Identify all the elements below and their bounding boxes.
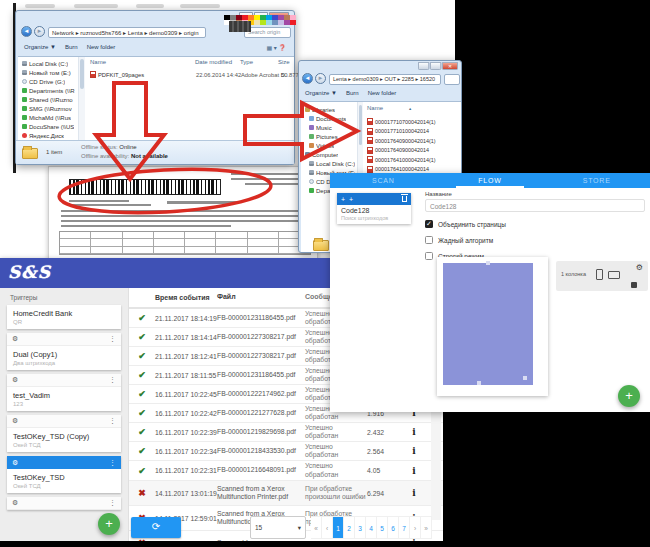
more-icon[interactable]: ⋮	[109, 459, 116, 467]
page-button-4[interactable]: 4	[366, 516, 377, 539]
resize-handle[interactable]	[523, 376, 527, 380]
trigger-card[interactable]: HomeCredit BankQR	[7, 305, 121, 329]
column-file[interactable]: Файл	[217, 293, 305, 302]
trigger-card-code128[interactable]: + + Code128 Поиск штрихкодов	[337, 193, 411, 224]
organize-menu[interactable]: Organize ▼	[24, 44, 56, 50]
table-row[interactable]: ✔16.11.2017 10:22:34FB-000001218433530.p…	[129, 442, 443, 461]
trigger-card[interactable]: ⚙⋮	[7, 497, 121, 510]
column-name[interactable]: Name▴	[367, 105, 411, 111]
tree-item[interactable]: Music	[303, 123, 355, 132]
file-row[interactable]: 000017640900042014(1)	[367, 136, 459, 146]
tree-item[interactable]: SMG (\\Ruzmov	[20, 104, 76, 113]
file-row[interactable]: 000017710700042014(1)	[367, 117, 459, 127]
tab-flow[interactable]: FLOW	[437, 173, 544, 188]
forward-button[interactable]: ►	[34, 26, 45, 37]
gear-icon[interactable]: ⚙	[12, 335, 18, 343]
burn-button[interactable]: Burn	[346, 90, 359, 96]
trigger-card[interactable]: ⚙⋮Dual (Copy1)Два штрихкода	[7, 333, 121, 370]
trigger-card[interactable]: ⚙⋮test_Vadim123	[7, 374, 121, 411]
page-button-7[interactable]: 7	[399, 516, 410, 539]
add-trigger-button[interactable]: +	[98, 513, 120, 535]
info-icon[interactable]: i	[403, 427, 425, 437]
page-button-6[interactable]: 6	[388, 516, 399, 539]
checkbox-row[interactable]: ✓Объединить страницы	[425, 220, 645, 228]
organize-menu[interactable]: Organize ▼	[305, 90, 337, 96]
table-row[interactable]: ✖14.11.2017 13:01:19Scanned from a Xerox…	[129, 481, 443, 506]
resize-handle[interactable]	[477, 381, 481, 385]
add-button[interactable]: +	[618, 385, 640, 407]
burn-button[interactable]: Burn	[65, 44, 78, 50]
file-row[interactable]: 000017640900042014	[367, 146, 459, 156]
column-event-time[interactable]: Время события	[155, 294, 217, 301]
more-icon[interactable]: ⋮	[109, 376, 116, 384]
gear-icon[interactable]: ⚙	[12, 459, 18, 467]
tree-item[interactable]: DocuShare (\\US	[20, 122, 76, 131]
info-icon[interactable]: i	[403, 488, 425, 498]
landscape-icon[interactable]	[608, 271, 620, 279]
more-icon[interactable]: ⋮	[109, 335, 116, 343]
checkbox-unchecked[interactable]	[425, 252, 433, 260]
back-button[interactable]: ◄	[21, 26, 32, 37]
gear-icon[interactable]: ⚙	[12, 499, 18, 507]
minimize-button[interactable]	[418, 62, 429, 70]
tree-item[interactable]: Computer	[303, 150, 355, 159]
forward-button[interactable]: ►	[315, 73, 326, 84]
page-button-»[interactable]: »	[421, 516, 432, 539]
add-icon[interactable]: +	[349, 196, 353, 203]
tree-item[interactable]: Local Disk (C:)	[303, 159, 355, 168]
address-bar[interactable]: Network ▸ ruznovd5hs766 ▸ Lenta ▸ demo03…	[48, 27, 206, 38]
page-button-«[interactable]: «	[311, 516, 322, 539]
search-input[interactable]: Search origin	[244, 27, 291, 38]
checkbox-unchecked[interactable]	[425, 236, 433, 244]
checkbox-checked[interactable]: ✓	[425, 220, 433, 228]
tree-item[interactable]: Pictures	[303, 132, 355, 141]
trigger-card[interactable]: ⚙⋮TestOKey_TSD (Copy)Окей ТСД	[7, 415, 121, 452]
file-row[interactable]: 000017641000042014(1)	[367, 155, 459, 165]
page-button-‹[interactable]: ‹	[322, 516, 333, 539]
column-size[interactable]: Size	[278, 59, 290, 65]
tree-item[interactable]: Departments (\\R	[20, 86, 76, 95]
page-button-1[interactable]: 1	[333, 516, 344, 539]
columns-select[interactable]: 1 колонка	[561, 271, 586, 277]
tree-item[interactable]: Videos	[303, 141, 355, 150]
page-button-5[interactable]: 5	[377, 516, 388, 539]
tree-item[interactable]: Libraries	[303, 105, 355, 114]
tab-scan[interactable]: SCAN	[330, 173, 437, 188]
file-row[interactable]: 000017710100042014	[367, 127, 459, 137]
refresh-button[interactable]: ⟳	[131, 517, 181, 538]
more-icon[interactable]: ⋮	[109, 417, 116, 425]
table-row[interactable]: ✔16.11.2017 10:22:39FB-000001219829698.p…	[129, 423, 443, 442]
portrait-icon[interactable]	[596, 269, 603, 280]
new-folder-button[interactable]: New folder	[87, 44, 116, 50]
view-options[interactable]: ▦ ▾ ❓	[266, 44, 286, 51]
more-icon[interactable]: ⋮	[109, 499, 116, 507]
page-button-3[interactable]: 3	[355, 516, 366, 539]
search-input[interactable]	[444, 74, 460, 85]
file-row[interactable]: PDFKIT_09pages 22.06.2014 14:42 Adobe Ac…	[90, 71, 308, 78]
checkbox-row[interactable]: Жадный алгоритм	[425, 236, 645, 244]
name-input[interactable]: Code128	[425, 199, 645, 212]
page-size-select[interactable]: 15▾	[250, 516, 306, 539]
add-icon[interactable]: +	[341, 196, 345, 203]
tab-store[interactable]: STORE	[543, 173, 650, 188]
tree-item[interactable]: MichaMd (\\Rus	[20, 113, 76, 122]
tree-item[interactable]: Local Disk (C:)	[20, 59, 76, 68]
delete-zone-icon[interactable]	[631, 282, 637, 288]
page-button-›[interactable]: ›	[410, 516, 421, 539]
trash-icon[interactable]	[402, 196, 407, 202]
info-icon[interactable]: i	[403, 466, 425, 476]
tree-item[interactable]: Новый том (E:)	[20, 68, 76, 77]
column-name[interactable]: Name	[90, 59, 195, 65]
new-folder-button[interactable]: New folder	[368, 90, 397, 96]
page-preview[interactable]	[443, 263, 533, 385]
gear-icon[interactable]: ⚙	[636, 263, 643, 272]
column-date[interactable]: Date modified	[195, 59, 240, 65]
address-bar[interactable]: Lenta ▸ demo0309 ▸ OUT ▸ 2285 ▸ 16520	[329, 74, 441, 85]
column-type[interactable]: Type	[240, 59, 278, 65]
table-row[interactable]: ✔16.11.2017 10:22:31FB-000001216648091.p…	[129, 461, 443, 481]
gear-icon[interactable]: ⚙	[12, 417, 18, 425]
maximize-button[interactable]	[430, 62, 441, 70]
trigger-card[interactable]: ⚙⋮TestOKey_TSDОкей ТСД	[7, 456, 121, 493]
tree-item[interactable]: CD Drive (G:)	[20, 77, 76, 86]
resize-handle[interactable]	[486, 261, 490, 265]
